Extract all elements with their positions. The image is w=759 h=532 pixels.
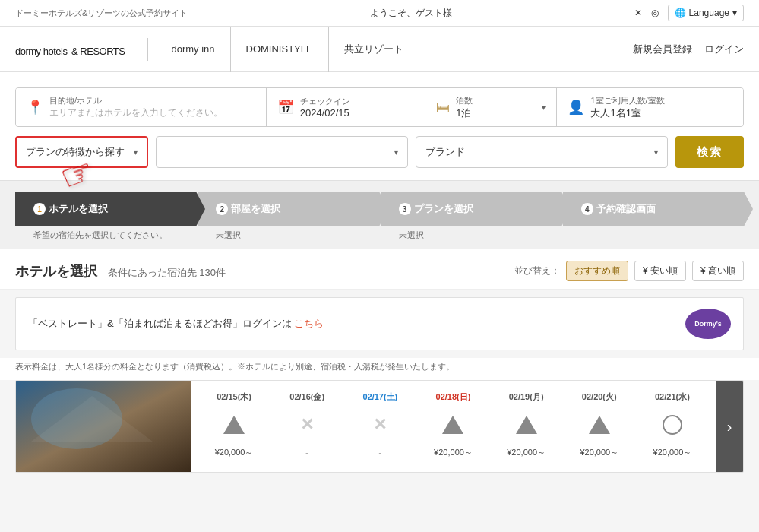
date-col-6: 02/21(水) ¥20,000～ bbox=[637, 388, 708, 458]
checkin-label: チェックイン bbox=[300, 96, 350, 107]
next-dates-arrow[interactable]: › bbox=[716, 381, 743, 472]
date-avail-6 bbox=[663, 406, 682, 444]
steps-row: 1 ホテルを選択 2 部屋を選択 3 bbox=[15, 192, 744, 226]
sort-recommended-button[interactable]: おすすめ順 bbox=[566, 261, 628, 281]
date-avail-1: ✕ bbox=[300, 406, 314, 444]
date-price-4: ¥20,000～ bbox=[507, 447, 546, 458]
sort-area: 並び替え： おすすめ順 ¥ 安い順 ¥ 高い順 bbox=[514, 261, 744, 281]
step-1-number-area: 1 ホテルを選択 bbox=[33, 202, 108, 216]
rooms-info: 1室ご利用人数/室数 大人1名1室 bbox=[590, 95, 664, 120]
step-2-inner: 2 部屋を選択 bbox=[216, 202, 280, 216]
banner-text-prefix: 「ベストレート」&「泊まれば泊まるほどお得」ログインは bbox=[28, 318, 292, 329]
hotel-dates: 02/15(木) ¥20,000～ 02/16(金) ✕ - 02/17(土) … bbox=[191, 381, 716, 472]
nav-kyoritsu[interactable]: 共立リゾート bbox=[329, 27, 419, 72]
price-note: 表示料金は、大人1名様分の料金となります（消費税込）。※ホテルにより別途、宿泊税… bbox=[0, 358, 759, 380]
banner-logo: Dormy's bbox=[685, 309, 731, 339]
header-right: 新規会員登録 ログイン bbox=[633, 43, 744, 56]
date-label-5: 02/20(火) bbox=[582, 388, 617, 406]
hotel-list-title: ホテルを選択 bbox=[15, 264, 97, 279]
sort-cheap-button[interactable]: ¥ 安い順 bbox=[634, 261, 686, 281]
login-link[interactable]: ログイン bbox=[704, 43, 744, 56]
brand-select[interactable]: ブランド ▾ bbox=[416, 136, 668, 168]
destination-info: 目的地/ホテル エリアまたはホテルを入力してください。 bbox=[49, 95, 223, 119]
nights-field[interactable]: 🛏 泊数 1泊 ▾ bbox=[425, 88, 557, 126]
date-label-1: 02/16(金) bbox=[289, 388, 324, 406]
step-3-label: プランを選択 bbox=[414, 202, 473, 216]
language-button[interactable]: 🌐 Language ▾ bbox=[668, 5, 744, 21]
header-main: dormy hotels & RESORTS dormy inn DOMINIS… bbox=[0, 27, 759, 72]
sort-expensive-button[interactable]: ¥ 高い順 bbox=[692, 261, 744, 281]
step-2-sub: 未選択 bbox=[198, 230, 378, 241]
nav-doministyle[interactable]: DOMINISTYLE bbox=[231, 27, 329, 72]
nav-dormy-inn[interactable]: dormy inn bbox=[156, 27, 230, 72]
date-price-1: - bbox=[305, 447, 308, 458]
brand-label: ブランド bbox=[425, 145, 465, 159]
step-2-number-area: 2 部屋を選択 bbox=[216, 202, 280, 216]
step-4-number-area: 4 予約確認画面 bbox=[581, 202, 656, 216]
plan-detail-select[interactable]: ▾ bbox=[156, 136, 408, 168]
avail-x-2: ✕ bbox=[373, 415, 387, 435]
date-avail-0 bbox=[223, 406, 245, 444]
date-price-3: ¥20,000～ bbox=[434, 447, 473, 458]
date-label-4: 02/19(月) bbox=[509, 388, 544, 406]
step-3-item: 3 プランを選択 bbox=[381, 192, 561, 226]
twitter-icon[interactable]: ✕ bbox=[634, 8, 642, 18]
instagram-icon[interactable]: ◎ bbox=[651, 8, 659, 18]
avail-circle-6 bbox=[663, 415, 682, 435]
step-2-item: 2 部屋を選択 bbox=[198, 192, 378, 226]
rooms-value: 大人1名1室 bbox=[590, 106, 664, 120]
hotel-list-header: ホテルを選択 条件にあった宿泊先 130件 並び替え： おすすめ順 ¥ 安い順 … bbox=[0, 249, 759, 290]
globe-icon: 🌐 bbox=[675, 8, 686, 18]
banner-text: 「ベストレート」&「泊まれば泊まるほどお得」ログインは こちら bbox=[28, 317, 324, 331]
date-col-5: 02/20(火) ¥20,000～ bbox=[564, 388, 635, 458]
date-col-4: 02/19(月) ¥20,000～ bbox=[491, 388, 562, 458]
step-3-sub: 未選択 bbox=[381, 230, 561, 241]
search-row-1: 📍 目的地/ホテル エリアまたはホテルを入力してください。 📅 チェックイン 2… bbox=[15, 87, 744, 127]
banner-logo-text: Dormy's bbox=[694, 320, 722, 328]
hotel-image-decoration bbox=[16, 381, 191, 472]
avail-triangle-0 bbox=[223, 416, 245, 434]
destination-label: 目的地/ホテル bbox=[49, 95, 223, 106]
header-top: ドーミーホテルズ&リゾーツの公式予約サイト ようこそ、ゲスト様 ✕ ◎ 🌐 La… bbox=[0, 0, 759, 27]
checkin-value: 2024/02/15 bbox=[300, 107, 350, 119]
date-label-0: 02/15(木) bbox=[217, 388, 251, 406]
destination-field[interactable]: 📍 目的地/ホテル エリアまたはホテルを入力してください。 bbox=[16, 88, 267, 126]
dates-header: 02/15(木) ¥20,000～ 02/16(金) ✕ - 02/17(土) … bbox=[198, 388, 708, 458]
date-price-0: ¥20,000～ bbox=[215, 447, 254, 458]
register-link[interactable]: 新規会員登録 bbox=[633, 43, 692, 56]
site-logo[interactable]: dormy hotels & RESORTS bbox=[15, 40, 125, 59]
search-row-2: プランの特徴から探す ▾ ☞ ▾ ブランド ▾ 検索 bbox=[15, 136, 744, 168]
step-4-sub bbox=[563, 230, 744, 241]
hotel-image: デラックス 北海道エリア ラピスタ函館ベイ ANNEX bbox=[16, 381, 191, 472]
step-1-item: 1 ホテルを選択 bbox=[15, 192, 196, 226]
step-4-shape: 4 予約確認画面 bbox=[563, 192, 744, 226]
rooms-field[interactable]: 👤 1室ご利用人数/室数 大人1名1室 bbox=[557, 88, 743, 126]
language-label: Language bbox=[689, 8, 729, 18]
step-1-circle: 1 bbox=[33, 203, 46, 215]
step-3-shape: 3 プランを選択 bbox=[381, 192, 561, 226]
avail-x-1: ✕ bbox=[300, 415, 314, 435]
checkin-field[interactable]: 📅 チェックイン 2024/02/15 bbox=[267, 88, 425, 126]
promotion-banner: 「ベストレート」&「泊まれば泊まるほどお得」ログインは こちら Dormy's bbox=[15, 297, 744, 350]
step-4-circle: 4 bbox=[581, 203, 593, 215]
rooms-label: 1室ご利用人数/室数 bbox=[590, 95, 664, 106]
banner-link[interactable]: こちら bbox=[294, 318, 324, 329]
bed-icon: 🛏 bbox=[436, 100, 450, 116]
nights-info: 泊数 1泊 bbox=[456, 95, 473, 120]
nights-value: 1泊 bbox=[456, 106, 473, 120]
brand-divider bbox=[476, 146, 476, 158]
date-price-2: - bbox=[378, 447, 381, 458]
steps-area: 1 ホテルを選択 2 部屋を選択 3 bbox=[0, 181, 759, 249]
destination-placeholder: エリアまたはホテルを入力してください。 bbox=[49, 106, 223, 119]
avail-triangle-4 bbox=[516, 416, 537, 434]
hotel-card[interactable]: デラックス 北海道エリア ラピスタ函館ベイ ANNEX 02/15(木) bbox=[15, 380, 744, 473]
step-2-label: 部屋を選択 bbox=[231, 202, 280, 216]
step-3-circle: 3 bbox=[399, 203, 411, 215]
step-3-inner: 3 プランを選択 bbox=[399, 202, 473, 216]
avail-triangle-5 bbox=[589, 416, 610, 434]
date-price-5: ¥20,000～ bbox=[580, 447, 618, 458]
plan-feature-select[interactable]: プランの特徴から探す ▾ bbox=[15, 136, 148, 168]
search-button[interactable]: 検索 bbox=[675, 136, 744, 168]
step-4-label: 予約確認画面 bbox=[596, 202, 656, 216]
step-2-shape: 2 部屋を選択 bbox=[198, 192, 378, 226]
